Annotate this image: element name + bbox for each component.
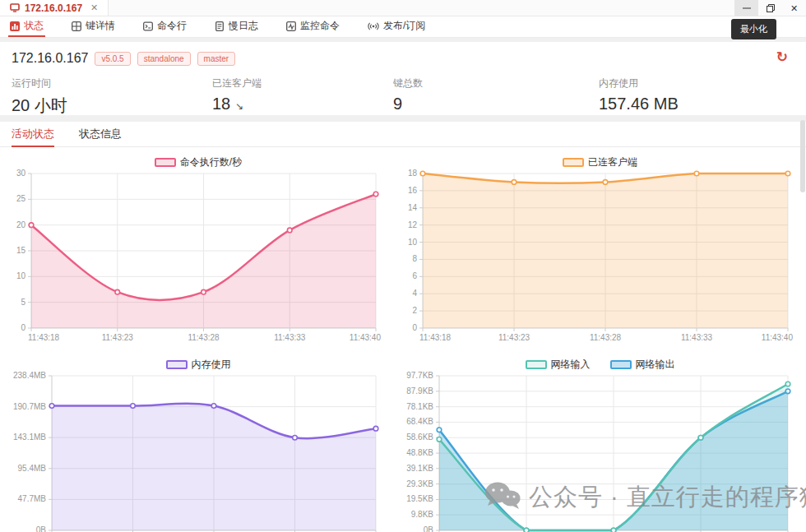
legend-item[interactable]: 网络输出 [610, 358, 675, 371]
svg-text:87.9KB: 87.9KB [406, 386, 433, 396]
chart-svg: 05101520253011:43:1811:43:2311:43:2811:4… [12, 169, 384, 345]
svg-text:11:43:33: 11:43:33 [681, 333, 713, 342]
monitor-command-icon [286, 21, 296, 31]
svg-text:11:43:18: 11:43:18 [28, 333, 60, 342]
chart-commands-per-sec: 命令执行数/秒 05101520253011:43:1811:43:2311:4… [12, 154, 384, 345]
svg-text:11:43:33: 11:43:33 [274, 333, 306, 342]
chart-legend: 网络输入网络输出 [404, 358, 796, 371]
restore-button[interactable] [758, 0, 782, 16]
svg-text:11:43:40: 11:43:40 [762, 333, 794, 342]
connection-tab[interactable]: 172.16.0.167 ✕ [0, 0, 109, 16]
svg-text:11:43:23: 11:43:23 [102, 333, 134, 342]
svg-text:0: 0 [21, 323, 25, 332]
stat-value: 157.46 MB [599, 95, 794, 113]
stat-value: 18↘ [212, 95, 393, 113]
svg-text:0: 0 [412, 323, 417, 332]
svg-text:10: 10 [408, 238, 418, 247]
toolbar-item-monitor[interactable]: 监控命令 [285, 16, 341, 37]
stat-label: 运行时间 [12, 76, 212, 90]
chart-memory-usage: 内存使用 0B47.7MB95.4MB143.1MB190.7MB238.4MB… [12, 356, 384, 532]
refresh-icon[interactable]: ↻ [776, 50, 788, 64]
close-window-button[interactable]: ✕ [782, 0, 806, 16]
svg-text:30: 30 [16, 169, 26, 178]
charts-grid: 命令执行数/秒 05101520253011:43:1811:43:2311:4… [0, 147, 806, 532]
chart-canvas: 02468101214161811:43:1811:43:2311:43:281… [404, 169, 796, 348]
legend-item[interactable]: 内存使用 [166, 358, 231, 371]
svg-text:11:43:28: 11:43:28 [590, 333, 622, 342]
chart-svg: 0B47.7MB95.4MB143.1MB190.7MB238.4MB11:43… [12, 371, 384, 532]
toolbar-item-status[interactable]: 状态 [8, 16, 45, 37]
svg-text:9.8KB: 9.8KB [411, 510, 434, 519]
legend-swatch-icon [166, 360, 188, 369]
toolbar-item-label: 键详情 [86, 19, 115, 33]
svg-text:12: 12 [408, 220, 418, 229]
stats-row: 运行时间 20 小时 已连客户端 18↘ 键总数 9 内存使用 157.46 M… [12, 76, 794, 117]
server-info-card: 172.16.0.167 v5.0.5 standalone master ↻ … [0, 42, 806, 115]
tab-activity-status[interactable]: 活动状态 [12, 122, 54, 147]
svg-text:14: 14 [408, 203, 418, 212]
legend-label: 命令执行数/秒 [180, 155, 242, 169]
svg-text:11:43:40: 11:43:40 [350, 333, 382, 342]
svg-text:0B: 0B [424, 525, 434, 532]
scrollbar-track [799, 38, 806, 532]
trend-down-icon: ↘ [235, 100, 243, 112]
titlebar: 172.16.0.167 ✕ ✕ 最小化 [0, 0, 806, 16]
tab-status-info[interactable]: 状态信息 [79, 122, 122, 147]
stat-value: 9 [393, 95, 599, 113]
chart-legend: 内存使用 [12, 358, 384, 371]
legend-label: 内存使用 [192, 358, 231, 372]
scrollbar-thumb[interactable] [800, 120, 805, 192]
svg-text:4: 4 [412, 289, 417, 298]
toolbar-item-label: 慢日志 [229, 19, 258, 33]
legend-item[interactable]: 网络输入 [526, 358, 591, 371]
stat-uptime: 运行时间 20 小时 [12, 76, 212, 117]
chart-svg: 02468101214161811:43:1811:43:2311:43:281… [404, 169, 796, 345]
legend-swatch-icon [610, 360, 632, 369]
toolbar-item-terminal[interactable]: 命令行 [141, 16, 188, 37]
stat-memory-usage: 内存使用 157.46 MB [599, 76, 794, 117]
toolbar-item-key-detail[interactable]: 键详情 [70, 16, 117, 37]
svg-text:20: 20 [16, 220, 26, 229]
svg-text:47.7MB: 47.7MB [18, 494, 47, 503]
status-panel: 活动状态 状态信息 命令执行数/秒 05101520253011:43:1811… [0, 122, 806, 532]
svg-text:97.7KB: 97.7KB [406, 371, 433, 380]
legend-swatch-icon [526, 360, 547, 369]
toolbar-item-label: 发布/订阅 [383, 19, 425, 33]
legend-swatch-icon [563, 158, 584, 167]
toolbar-item-slowlog[interactable]: 慢日志 [213, 16, 260, 37]
window-controls: ✕ [734, 0, 806, 16]
minimize-tooltip: 最小化 [731, 19, 776, 39]
legend-label: 网络输出 [636, 358, 675, 372]
svg-text:0B: 0B [36, 525, 47, 532]
svg-text:15: 15 [16, 246, 26, 255]
legend-swatch-icon [155, 158, 176, 167]
role-badge: master [197, 52, 236, 66]
legend-label: 网络输入 [551, 358, 591, 372]
svg-text:5: 5 [21, 298, 25, 307]
svg-text:238.4MB: 238.4MB [13, 371, 46, 380]
tab-title: 172.16.0.167 [25, 2, 82, 14]
chart-legend: 已连客户端 [404, 155, 796, 169]
close-icon[interactable]: ✕ [90, 2, 98, 13]
stat-value: 20 小时 [12, 95, 212, 117]
toolbar-item-pubsub[interactable]: 发布/订阅 [366, 16, 427, 37]
terminal-icon [143, 21, 153, 31]
stat-label: 内存使用 [599, 76, 794, 90]
stat-total-keys: 键总数 9 [393, 76, 599, 117]
legend-item[interactable]: 已连客户端 [563, 155, 637, 169]
svg-text:25: 25 [16, 194, 26, 203]
svg-text:190.7MB: 190.7MB [13, 402, 46, 411]
legend-item[interactable]: 命令执行数/秒 [155, 155, 242, 169]
server-title-row: 172.16.0.167 v5.0.5 standalone master [12, 51, 794, 66]
key-detail-icon [72, 21, 81, 31]
minimize-button[interactable] [734, 0, 758, 16]
svg-text:11:43:23: 11:43:23 [498, 333, 530, 342]
svg-text:78.1KB: 78.1KB [406, 402, 433, 411]
svg-text:29.3KB: 29.3KB [406, 479, 433, 488]
pubsub-icon [368, 21, 379, 31]
svg-text:11:43:28: 11:43:28 [188, 333, 220, 342]
svg-text:18: 18 [408, 169, 418, 178]
toolbar-item-label: 监控命令 [300, 19, 340, 33]
chart-network-io: 网络输入网络输出 0B9.8KB19.5KB29.3KB39.1KB48.8KB… [404, 356, 796, 532]
chart-svg: 0B9.8KB19.5KB29.3KB39.1KB48.8KB58.6KB68.… [404, 371, 796, 532]
